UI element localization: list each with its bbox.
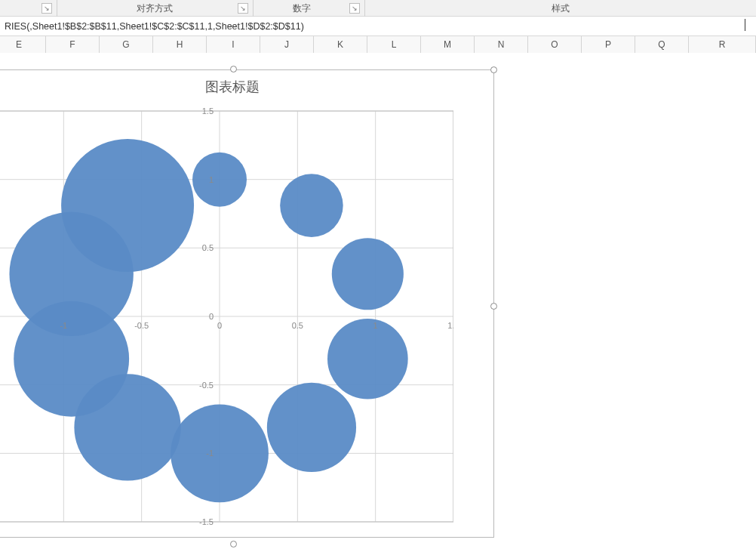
number-dialog-launcher[interactable] [238,3,248,14]
formula-bar [0,17,756,36]
chart-bubble[interactable] [61,139,194,272]
ribbon-group-styles: 样式 [364,0,756,17]
column-header-H[interactable]: H [153,36,207,53]
column-header-G[interactable]: G [100,36,153,53]
column-header-L[interactable]: L [367,36,421,53]
y-tick-label: 0.5 [202,243,214,252]
y-tick-label: -1 [206,449,214,458]
column-headers-row: E F G H I J K L M N O P Q R [0,36,756,53]
chart-resize-handle-n[interactable] [230,66,237,72]
ribbon-group-label: 数字 [293,2,311,15]
ribbon-group-label: 样式 [552,2,570,15]
styles-dialog-launcher[interactable] [349,3,360,14]
origin-label: 0 [209,312,214,321]
column-header-R[interactable]: R [689,36,756,53]
chart-bubble[interactable] [332,238,404,310]
y-tick-label: -1.5 [199,517,214,525]
column-header-I[interactable]: I [207,36,260,53]
chart-object[interactable]: 图表标题 -1-0.500.511.5-1.5-1-0.50.511.50 [0,69,494,538]
ribbon-strip: 对齐方式 数字 样式 [0,0,756,17]
column-header-M[interactable]: M [421,36,475,53]
chart-bubble[interactable] [192,153,247,207]
chart-resize-handle-e[interactable] [490,303,497,310]
chart-resize-handle-ne[interactable] [490,66,497,73]
x-tick-label: 0.5 [292,321,303,330]
ribbon-group-number: 数字 [253,0,351,17]
column-header-J[interactable]: J [260,36,314,53]
chart-plot-area[interactable]: -1-0.500.511.5-1.5-1-0.50.511.50 [0,108,453,525]
ribbon-group-alignment: 对齐方式 [57,0,253,17]
x-tick-label: -0.5 [134,321,149,330]
chart-bubble[interactable] [267,383,356,472]
x-tick-label: -1 [60,321,67,330]
chart-bubble[interactable] [327,319,408,399]
chart-resize-handle-s[interactable] [230,541,237,547]
x-tick-label: 0 [217,321,222,330]
chart-bubble[interactable] [280,174,343,237]
column-header-F[interactable]: F [46,36,100,53]
y-tick-label: -0.5 [199,381,214,390]
x-tick-label: 1.5 [447,321,453,330]
column-header-K[interactable]: K [314,36,367,53]
column-header-Q[interactable]: Q [635,36,689,53]
chart-plot-svg: -1-0.500.511.5-1.5-1-0.50.511.50 [0,108,453,525]
y-tick-label: 1.5 [202,108,214,116]
column-header-P[interactable]: P [582,36,635,53]
ribbon-group-label: 对齐方式 [137,2,173,15]
x-tick-label: 1 [373,321,378,330]
chart-bubble[interactable] [171,404,269,502]
chart-title[interactable]: 图表标题 [0,78,493,96]
column-header-E[interactable]: E [0,36,46,53]
column-header-N[interactable]: N [475,36,528,53]
column-header-O[interactable]: O [528,36,582,53]
formula-input[interactable] [0,17,756,35]
alignment-dialog-launcher[interactable] [41,3,52,14]
y-tick-label: 1 [209,175,214,184]
